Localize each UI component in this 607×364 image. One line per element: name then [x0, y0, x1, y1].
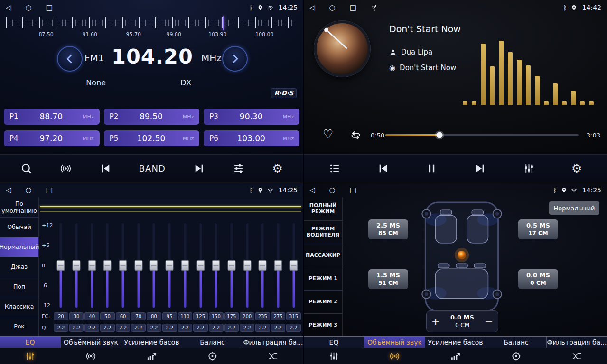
eq-band-slider[interactable]	[84, 222, 100, 309]
playlist-icon[interactable]	[329, 163, 341, 174]
eq-band-slider[interactable]	[115, 222, 131, 309]
filter-tab-icon[interactable]	[243, 348, 303, 364]
mode-1[interactable]: РЕЖИМ 1	[304, 267, 342, 291]
tab-surround[interactable]: Объёмный звук	[364, 337, 425, 348]
eq-band-slider[interactable]	[271, 222, 286, 309]
eq-band-slider[interactable]	[286, 222, 301, 309]
eq-band-slider[interactable]	[239, 222, 255, 309]
mode-passenger[interactable]: ПАССАЖИР	[304, 244, 342, 267]
recents-icon[interactable]: □	[46, 4, 53, 11]
eq-band-slider[interactable]	[146, 222, 162, 309]
tune-up-button[interactable]	[222, 46, 248, 72]
previous-track-icon[interactable]	[377, 163, 389, 174]
slider-handle[interactable]	[119, 260, 127, 271]
bass-boost-tab-icon[interactable]	[121, 348, 182, 364]
slider-handle[interactable]	[134, 260, 142, 271]
scan-icon[interactable]	[20, 163, 32, 174]
eq-preset-classic[interactable]: Классика	[0, 297, 38, 317]
mixer-icon[interactable]	[523, 163, 535, 174]
band-button[interactable]: BAND	[139, 164, 166, 173]
slider-handle[interactable]	[227, 260, 235, 271]
eq-tab-icon[interactable]	[304, 348, 364, 364]
progress-bar[interactable]	[385, 134, 579, 136]
pause-icon[interactable]	[426, 163, 438, 174]
eq-band-slider[interactable]	[255, 222, 271, 309]
eq-band-slider[interactable]	[224, 222, 240, 309]
next-track-icon[interactable]	[474, 163, 486, 174]
gear-icon[interactable]: ⚙	[571, 163, 582, 174]
home-icon[interactable]: ○	[26, 4, 32, 11]
back-icon[interactable]: ◁	[309, 4, 315, 11]
delay-rear-right[interactable]: 0.0 MS 0 CM	[518, 269, 558, 289]
decrease-delay-button[interactable]: −	[480, 311, 498, 332]
eq-band-slider[interactable]	[162, 222, 177, 309]
previous-icon[interactable]	[100, 163, 112, 174]
balance-tab-icon[interactable]	[486, 348, 546, 364]
eq-band-slider[interactable]	[177, 222, 193, 309]
eq-band-slider[interactable]	[193, 222, 208, 309]
home-icon[interactable]: ○	[329, 187, 336, 194]
increase-delay-button[interactable]: +	[427, 311, 445, 332]
slider-handle[interactable]	[212, 260, 220, 271]
mode-2[interactable]: РЕЖИМ 2	[304, 291, 342, 314]
back-icon[interactable]: ◁	[309, 187, 315, 194]
tab-bass-boost[interactable]: Усиление басов	[121, 337, 182, 348]
slider-handle[interactable]	[57, 260, 65, 271]
home-icon[interactable]: ○	[329, 4, 336, 11]
favorite-icon[interactable]: ♡	[323, 128, 333, 140]
eq-preset-normal[interactable]: Нормальный	[0, 237, 38, 257]
slider-handle[interactable]	[150, 260, 158, 271]
tab-filter[interactable]: Фильтрация ба...	[243, 337, 303, 348]
surround-preset-button[interactable]: Нормальный	[549, 201, 599, 215]
mode-full[interactable]: ПОЛНЫЙ РЕЖИМ	[304, 198, 342, 221]
progress-thumb[interactable]	[436, 132, 442, 138]
slider-handle[interactable]	[73, 260, 81, 271]
preset-button-p6[interactable]: P6 103.00 MHz	[204, 130, 299, 146]
delay-front-left[interactable]: 2.5 MS 85 CM	[368, 219, 408, 239]
next-icon[interactable]	[193, 163, 205, 174]
equalizer-icon[interactable]	[233, 163, 244, 174]
slider-handle[interactable]	[243, 260, 251, 271]
slider-handle[interactable]	[181, 260, 189, 271]
surround-tab-icon[interactable]	[364, 348, 425, 364]
tab-balance[interactable]: Баланс	[182, 337, 243, 348]
home-icon[interactable]: ○	[26, 187, 32, 194]
preset-button-p2[interactable]: P2 89.50 MHz	[104, 109, 200, 125]
recents-icon[interactable]: □	[46, 187, 53, 194]
eq-tab-icon[interactable]	[0, 348, 61, 364]
gear-icon[interactable]: ⚙	[272, 163, 282, 174]
seat-map[interactable]	[411, 200, 513, 314]
eq-band-slider[interactable]	[53, 222, 69, 309]
tab-eq[interactable]: EQ	[304, 337, 364, 348]
eq-preset-default[interactable]: По умолчанию	[0, 198, 38, 218]
preset-button-p5[interactable]: P5 102.50 MHz	[104, 130, 200, 146]
slider-handle[interactable]	[196, 260, 205, 271]
preset-button-p3[interactable]: P3 90.30 MHz	[204, 109, 299, 125]
eq-preset-custom[interactable]: Обычай	[0, 218, 38, 237]
delay-rear-left[interactable]: 1.5 MS 51 CM	[368, 269, 408, 289]
recents-icon[interactable]: □	[350, 4, 356, 11]
slider-handle[interactable]	[103, 260, 112, 271]
eq-band-slider[interactable]	[131, 222, 146, 309]
eq-preset-jazz[interactable]: Джаз	[0, 257, 38, 277]
preset-button-p4[interactable]: P4 97.20 MHz	[4, 130, 100, 146]
tab-surround[interactable]: Объёмный звук	[60, 337, 121, 348]
tab-balance[interactable]: Баланс	[486, 337, 546, 348]
balance-tab-icon[interactable]	[182, 348, 243, 364]
slider-handle[interactable]	[274, 260, 282, 271]
slider-handle[interactable]	[166, 260, 174, 271]
back-icon[interactable]: ◁	[6, 4, 11, 11]
back-icon[interactable]: ◁	[6, 187, 11, 194]
repeat-icon[interactable]	[350, 129, 362, 141]
tab-filter[interactable]: Фильтрация ба...	[546, 337, 607, 348]
slider-handle[interactable]	[88, 260, 96, 271]
slider-handle[interactable]	[289, 260, 298, 271]
broadcast-icon[interactable]	[60, 163, 72, 174]
eq-band-slider[interactable]	[208, 222, 224, 309]
slider-handle[interactable]	[259, 260, 267, 271]
tab-bass-boost[interactable]: Усиление басов	[425, 337, 486, 348]
frequency-ruler[interactable]: 87.50 91.60 95.70 99.80 103.90 108.00	[0, 16, 303, 39]
bass-boost-tab-icon[interactable]	[425, 348, 486, 364]
surround-tab-icon[interactable]	[61, 348, 121, 364]
preset-button-p1[interactable]: P1 88.70 MHz	[4, 109, 100, 125]
